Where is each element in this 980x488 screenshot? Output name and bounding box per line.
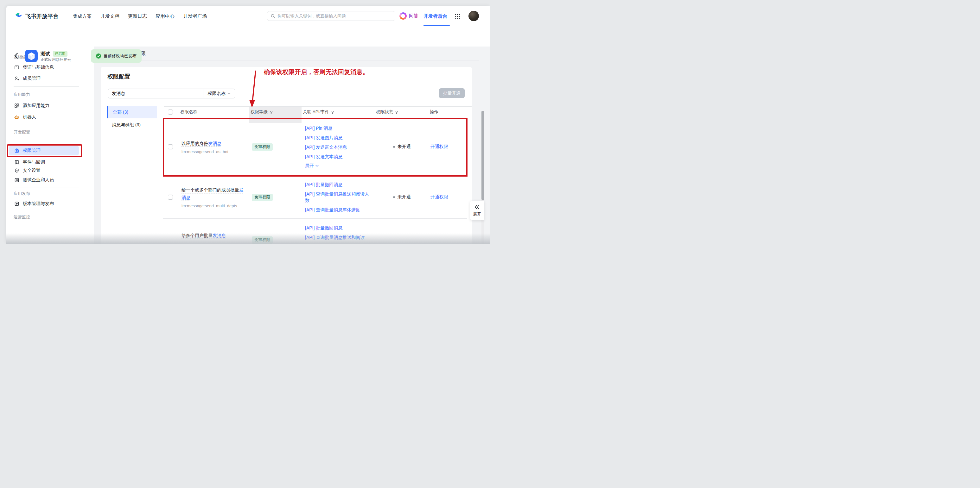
table-header-row: 权限名称 权限等级 关联 API/事件 权限状态 操作 bbox=[163, 106, 467, 118]
scrollbar-thumb[interactable] bbox=[482, 111, 484, 200]
sidebar-divider bbox=[14, 187, 79, 187]
api-link[interactable]: [API] 查询批量消息推送和阅读 bbox=[305, 234, 370, 241]
active-nav-underline bbox=[423, 25, 450, 26]
global-search[interactable] bbox=[267, 11, 395, 21]
app-status-badge: 已启用 bbox=[53, 51, 67, 57]
permission-lock-icon bbox=[14, 148, 19, 153]
upload-box-icon bbox=[14, 201, 19, 206]
nav-item-dev-plaza[interactable]: 开发者广场 bbox=[183, 13, 207, 19]
search-input[interactable] bbox=[277, 14, 392, 18]
primary-nav: 集成方案 开发文档 更新日志 应用中心 开发者广场 bbox=[73, 6, 207, 26]
select-all-checkbox[interactable] bbox=[168, 109, 173, 114]
sidebar-item-add-capability[interactable]: 添加应用能力 bbox=[9, 100, 85, 111]
enable-permission-link[interactable]: 开通权限 bbox=[430, 194, 467, 200]
api-link[interactable]: [API] 批量撤回消息 bbox=[305, 225, 370, 231]
app-cube-icon bbox=[25, 50, 38, 62]
table-row: 给一个或多个部门的成员批量发消息 im:message:send_multi_d… bbox=[163, 176, 467, 219]
search-icon bbox=[270, 14, 275, 18]
expand-apis-link[interactable]: 展开 bbox=[305, 163, 370, 169]
enable-permission-link[interactable]: 开通权限 bbox=[430, 144, 467, 150]
category-all[interactable]: 全部 (3) bbox=[107, 106, 157, 118]
app-subtitle: 正式应用@环界云 bbox=[41, 57, 71, 62]
category-message-group[interactable]: 消息与群组 (3) bbox=[107, 119, 157, 131]
api-link[interactable]: [API] 发送富文本消息 bbox=[305, 144, 370, 151]
nav-item-docs[interactable]: 开发文档 bbox=[100, 13, 119, 19]
status-text: 未开通 bbox=[398, 194, 411, 200]
collapse-expand-panel[interactable]: 展开 bbox=[470, 201, 484, 220]
sidebar-item-security[interactable]: 安全设置 bbox=[9, 165, 85, 176]
api-link[interactable]: [API] 发送图片消息 bbox=[305, 135, 370, 141]
sidebar-item-permissions[interactable]: 权限管理 bbox=[9, 146, 79, 155]
status-dot-icon bbox=[393, 146, 395, 148]
filter-funnel-icon[interactable] bbox=[270, 111, 273, 114]
nav-item-app-center[interactable]: 应用中心 bbox=[156, 13, 175, 19]
check-circle-icon bbox=[96, 54, 101, 59]
sidebar-section-release: 应用发布 bbox=[14, 191, 30, 196]
table-row: 以应用的身份发消息 im:message:send_as_bot 免审权限 [A… bbox=[163, 118, 467, 176]
publish-status-pill: 当前修改均已发布 bbox=[91, 49, 142, 63]
id-card-icon bbox=[14, 65, 19, 70]
permission-name: 以应用的身份发消息 bbox=[181, 139, 245, 147]
nav-item-solutions[interactable]: 集成方案 bbox=[73, 13, 92, 19]
sidebar-section-capabilities: 应用能力 bbox=[14, 92, 30, 97]
user-add-icon bbox=[14, 76, 19, 81]
sidebar-item-members[interactable]: 成员管理 bbox=[9, 73, 85, 84]
code-box-icon bbox=[14, 177, 19, 182]
api-link[interactable]: [API] 批量撤回消息 bbox=[305, 181, 370, 188]
sidebar-item-bot[interactable]: 机器人 bbox=[9, 112, 85, 122]
app-name: 测试 bbox=[41, 51, 50, 57]
annotation-text: 确保该权限开启，否则无法回复消息。 bbox=[264, 68, 369, 76]
status-text: 未开通 bbox=[398, 144, 411, 150]
permission-search: 权限名称 bbox=[108, 89, 235, 98]
row-checkbox[interactable] bbox=[168, 144, 173, 149]
api-link[interactable]: [API] Pin 消息 bbox=[305, 125, 370, 132]
app-header-bar: 测试 已启用 正式应用@环界云 当前修改均已发布 bbox=[6, 26, 490, 46]
qa-entry[interactable]: 问答 bbox=[399, 12, 418, 20]
chevron-down-icon bbox=[228, 93, 231, 95]
avatar[interactable] bbox=[468, 11, 479, 21]
tabs-divider bbox=[100, 60, 479, 60]
collapse-panel-label: 展开 bbox=[473, 212, 481, 217]
sidebar-item-test-company[interactable]: 测试企业和人员 bbox=[9, 175, 85, 185]
permission-name: 给一个或多个部门的成员批量发消息 bbox=[181, 186, 245, 201]
logo-text: 飞书开放平台 bbox=[25, 13, 59, 20]
row-checkbox[interactable] bbox=[168, 195, 173, 200]
api-link[interactable]: [API] 查询批量消息推送和阅读人数 bbox=[305, 191, 370, 203]
back-button[interactable] bbox=[14, 52, 19, 59]
app-grid-icon[interactable] bbox=[455, 14, 460, 19]
sidebar-item-credentials[interactable]: 凭证与基础信息 bbox=[9, 62, 85, 73]
shield-check-icon bbox=[14, 168, 19, 173]
event-callback-icon bbox=[14, 160, 19, 165]
page-title: 权限配置 bbox=[107, 73, 130, 81]
permission-name-link[interactable]: 发消息 bbox=[213, 233, 226, 238]
api-link[interactable]: [API] 查询批量消息整体进度 bbox=[305, 207, 370, 213]
sidebar-item-version-release[interactable]: 版本管理与发布 bbox=[9, 198, 85, 209]
col-header-permission-level: 权限等级 bbox=[249, 109, 302, 115]
feishu-logo-icon bbox=[14, 12, 23, 20]
filter-funnel-icon[interactable] bbox=[331, 111, 334, 114]
level-tag: 免审权限 bbox=[252, 194, 273, 201]
level-tag: 免审权限 bbox=[252, 236, 273, 244]
col-header-permission-status: 权限状态 bbox=[375, 109, 426, 115]
col-header-related-api: 关联 API/事件 bbox=[302, 109, 375, 115]
sidebar-section-ops-monitor: 运营监控 bbox=[14, 214, 30, 220]
sidebar-divider bbox=[14, 86, 79, 87]
search-field-select[interactable]: 权限名称 bbox=[203, 89, 235, 98]
sidebar-section-dev-config: 开发配置 bbox=[14, 130, 30, 135]
permission-search-input[interactable] bbox=[108, 89, 203, 98]
permission-name-link[interactable]: 发消息 bbox=[208, 141, 221, 146]
status-dot-icon bbox=[393, 196, 395, 198]
developer-console-link[interactable]: 开发者后台 bbox=[423, 13, 447, 19]
top-navbar: 飞书开放平台 集成方案 开发文档 更新日志 应用中心 开发者广场 问答 开发者后… bbox=[6, 6, 490, 26]
chevron-down-icon bbox=[315, 165, 319, 167]
table-row: 给多个用户批量发消息 免审权限 [API] 批量撤回消息 [API] 查询批量消… bbox=[163, 219, 467, 244]
bulk-enable-button[interactable]: 批量开通 bbox=[439, 88, 465, 98]
feishu-logo[interactable]: 飞书开放平台 bbox=[14, 12, 59, 20]
nav-item-changelog[interactable]: 更新日志 bbox=[128, 13, 147, 19]
qa-label: 问答 bbox=[409, 13, 418, 19]
sidebar: 基础信息 凭证与基础信息 成员管理 应用能力 bbox=[6, 46, 94, 244]
filter-funnel-icon[interactable] bbox=[395, 111, 398, 114]
api-link[interactable]: [API] 发送文本消息 bbox=[305, 154, 370, 160]
permission-name: 给多个用户批量发消息 bbox=[181, 232, 245, 239]
double-chevron-left-icon bbox=[474, 204, 480, 210]
